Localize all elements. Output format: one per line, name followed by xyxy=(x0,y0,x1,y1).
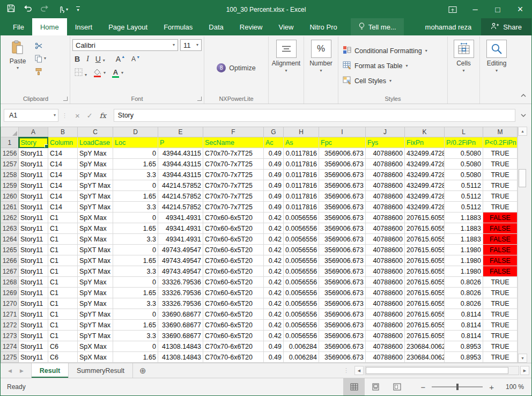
cell[interactable]: 3569006.673 xyxy=(319,298,366,309)
zoom-slider-thumb[interactable] xyxy=(456,384,459,390)
cell[interactable]: 0.006284 xyxy=(284,352,319,363)
cell[interactable]: Story11 xyxy=(19,212,48,223)
cell[interactable]: FALSE xyxy=(483,266,518,277)
header-cell[interactable]: SecName xyxy=(203,137,264,148)
cell[interactable]: 0.5080 xyxy=(445,159,483,170)
cell[interactable]: 40788600 xyxy=(366,212,405,223)
cell[interactable]: 0 xyxy=(113,341,158,352)
row-header[interactable]: 1265 xyxy=(1,245,19,255)
cell[interactable]: C1 xyxy=(48,245,78,255)
cell[interactable]: C1 xyxy=(48,255,78,266)
cell[interactable]: 43944.43115 xyxy=(158,148,203,159)
cell[interactable]: 3569006.673 xyxy=(319,159,366,170)
cell[interactable]: 0.8114 xyxy=(445,320,483,331)
customize-qat-button[interactable]: ▾ xyxy=(76,6,80,12)
cell[interactable]: TRUE xyxy=(483,180,518,191)
cell[interactable]: 0.49 xyxy=(264,159,284,170)
header-cell[interactable]: FixPn xyxy=(405,137,445,148)
cell[interactable]: 0.49 xyxy=(264,148,284,159)
formula-input[interactable]: Story xyxy=(114,109,515,122)
cell[interactable]: C70x60-6x5T20 xyxy=(203,288,264,298)
cell[interactable]: C70x60-6x5T20 xyxy=(203,331,264,341)
ribbon-display-options-button[interactable] xyxy=(441,1,464,18)
optimize-button[interactable]: 8 Optimize xyxy=(217,42,255,93)
name-box[interactable]: A1 ▾ xyxy=(4,109,58,122)
zoom-level[interactable]: 100 % xyxy=(506,383,524,391)
cell[interactable]: Story11 xyxy=(19,180,48,191)
cell[interactable]: Story11 xyxy=(19,341,48,352)
cell[interactable]: 0.0117816 xyxy=(284,170,319,180)
cell[interactable]: 0.5112 xyxy=(445,180,483,191)
new-sheet-button[interactable]: ⊕ xyxy=(133,363,153,378)
cell[interactable]: 40788600 xyxy=(366,202,405,212)
cell[interactable]: C70x60-6x5T20 xyxy=(203,277,264,288)
cell[interactable]: 0.0056556 xyxy=(284,298,319,309)
underline-button[interactable]: U ▾ xyxy=(95,55,105,63)
cell[interactable]: FALSE xyxy=(483,234,518,245)
header-cell[interactable]: P/0.2FiPn xyxy=(445,137,483,148)
cell[interactable]: 207615.6055 xyxy=(405,320,445,331)
cell[interactable]: 1.1980 xyxy=(445,255,483,266)
cell[interactable]: 207615.6055 xyxy=(405,223,445,234)
insert-function-icon[interactable]: fx xyxy=(100,112,106,120)
cell[interactable]: TRUE xyxy=(483,148,518,159)
cell[interactable]: 49743.49547 xyxy=(158,245,203,255)
decrease-font-button[interactable]: A▼ xyxy=(131,55,140,63)
cell[interactable]: Story11 xyxy=(19,191,48,202)
cell[interactable]: C1 xyxy=(48,298,78,309)
user-account[interactable]: mohamad reza xyxy=(416,18,482,35)
cell[interactable]: C70x60-6x5T20 xyxy=(203,320,264,331)
cell[interactable]: 1.65 xyxy=(113,191,158,202)
cell[interactable]: C70x70-6x6T20 xyxy=(203,341,264,352)
cell[interactable]: 230684.0062 xyxy=(405,341,445,352)
cell[interactable]: 40788600 xyxy=(366,341,405,352)
header-cell[interactable]: Loc xyxy=(113,137,158,148)
cell[interactable]: 3.3 xyxy=(113,170,158,180)
scroll-right-icon[interactable]: ▶ xyxy=(520,366,529,375)
cell[interactable]: TRUE xyxy=(483,298,518,309)
cell[interactable]: 0.0117816 xyxy=(284,159,319,170)
cell[interactable]: 40788600 xyxy=(366,180,405,191)
cell[interactable]: 3569006.673 xyxy=(319,170,366,180)
cell[interactable]: 207615.6055 xyxy=(405,331,445,341)
cell[interactable]: TRUE xyxy=(483,191,518,202)
cell[interactable]: 40788600 xyxy=(366,352,405,363)
cell[interactable]: 1.65 xyxy=(113,255,158,266)
cell[interactable]: 0.0056556 xyxy=(284,277,319,288)
cell-styles-button[interactable]: Cell Styles▾ xyxy=(343,75,427,87)
cell[interactable]: 432499.4728 xyxy=(405,202,445,212)
cell[interactable]: TRUE xyxy=(483,277,518,288)
cell[interactable]: 207615.6055 xyxy=(405,277,445,288)
cell[interactable]: SpYT Max xyxy=(78,331,113,341)
cell[interactable]: SpY Max xyxy=(78,288,113,298)
row-header[interactable]: 1259 xyxy=(1,180,19,191)
clipboard-dialog-launcher[interactable] xyxy=(63,97,68,101)
cell[interactable]: 207615.6055 xyxy=(405,255,445,266)
row-header[interactable]: 1266 xyxy=(1,255,19,266)
cell[interactable]: C70x70-7x7T25 xyxy=(203,180,264,191)
cell[interactable]: C14 xyxy=(48,148,78,159)
cell[interactable]: Story11 xyxy=(19,266,48,277)
cell[interactable]: 230684.0062 xyxy=(405,352,445,363)
cell[interactable]: 44214.57852 xyxy=(158,202,203,212)
cell[interactable]: 0.0056556 xyxy=(284,266,319,277)
cell[interactable]: 0.42 xyxy=(264,245,284,255)
sheet-nav-right-icon[interactable]: ▶ xyxy=(20,368,24,373)
cell[interactable]: 40788600 xyxy=(366,255,405,266)
cell[interactable]: TRUE xyxy=(483,170,518,180)
horizontal-scroll-track[interactable] xyxy=(365,366,519,375)
cell[interactable]: 0.0056556 xyxy=(284,223,319,234)
row-header[interactable]: 1269 xyxy=(1,288,19,298)
cell[interactable]: TRUE xyxy=(483,202,518,212)
cell[interactable]: C70x60-6x5T20 xyxy=(203,234,264,245)
page-break-preview-button[interactable] xyxy=(386,378,408,395)
cut-button[interactable] xyxy=(35,41,46,50)
cell[interactable]: 40788600 xyxy=(366,309,405,320)
column-header[interactable]: K xyxy=(405,127,445,137)
cell[interactable]: 0.42 xyxy=(264,309,284,320)
cell[interactable]: SpXT Max xyxy=(78,245,113,255)
cell[interactable]: 33690.68677 xyxy=(158,320,203,331)
tab-page-layout[interactable]: Page Layout xyxy=(100,18,156,35)
cell[interactable]: 0.8114 xyxy=(445,309,483,320)
cell[interactable]: SpY Max xyxy=(78,298,113,309)
